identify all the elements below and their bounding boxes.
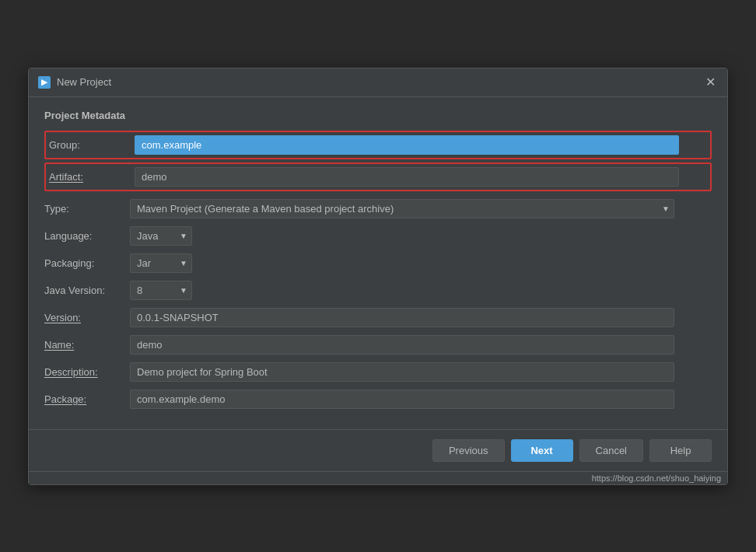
- app-icon: ▶: [38, 76, 51, 89]
- version-label: Version:: [44, 312, 130, 323]
- group-input[interactable]: [135, 135, 679, 155]
- cancel-button[interactable]: Cancel: [579, 439, 643, 462]
- language-select-wrapper: Java Kotlin Groovy ▼: [130, 226, 192, 246]
- package-input[interactable]: [130, 390, 674, 409]
- status-bar: https://blog.csdn.net/shuo_haiying: [29, 471, 727, 484]
- version-row: Version:: [44, 308, 712, 327]
- packaging-label: Packaging:: [44, 257, 130, 269]
- packaging-select-wrapper: Jar War ▼: [130, 253, 192, 273]
- dialog-footer: Previous Next Cancel Help: [29, 429, 727, 471]
- artifact-input[interactable]: [135, 167, 679, 187]
- language-select[interactable]: Java Kotlin Groovy: [130, 226, 192, 246]
- dialog-content: Project Metadata Group: Artifact: Type: …: [29, 97, 727, 429]
- previous-button[interactable]: Previous: [432, 439, 505, 462]
- group-row: Group:: [49, 135, 707, 155]
- language-label: Language:: [44, 230, 130, 242]
- section-title: Project Metadata: [44, 110, 712, 121]
- type-select[interactable]: Maven Project (Generate a Maven based pr…: [130, 199, 674, 218]
- next-button[interactable]: Next: [511, 439, 573, 462]
- type-label: Type:: [44, 203, 130, 215]
- language-row: Language: Java Kotlin Groovy ▼: [44, 226, 712, 246]
- java-version-label: Java Version:: [44, 285, 130, 296]
- title-bar-left: ▶ New Project: [38, 76, 111, 89]
- new-project-dialog: ▶ New Project ✕ Project Metadata Group: …: [28, 68, 728, 485]
- name-input[interactable]: [130, 335, 674, 355]
- package-row: Package:: [44, 390, 712, 409]
- package-label: Package:: [44, 393, 130, 405]
- packaging-row: Packaging: Jar War ▼: [44, 253, 712, 273]
- artifact-row: Artifact:: [49, 167, 707, 187]
- group-row-wrapper: Group:: [44, 131, 712, 159]
- description-row: Description:: [44, 362, 712, 382]
- name-label: Name:: [44, 339, 130, 351]
- type-select-wrapper: Maven Project (Generate a Maven based pr…: [130, 199, 674, 218]
- java-version-select[interactable]: 8 11 17 21: [130, 281, 192, 300]
- title-bar: ▶ New Project ✕: [29, 68, 727, 97]
- description-label: Description:: [44, 366, 130, 378]
- group-label: Group:: [49, 139, 135, 151]
- java-version-select-wrapper: 8 11 17 21 ▼: [130, 281, 192, 300]
- artifact-row-wrapper: Artifact:: [44, 162, 712, 191]
- dialog-title: New Project: [57, 76, 111, 88]
- version-input[interactable]: [130, 308, 674, 327]
- close-button[interactable]: ✕: [702, 75, 718, 90]
- status-bar-text: https://blog.csdn.net/shuo_haiying: [592, 473, 721, 483]
- artifact-label: Artifact:: [49, 171, 135, 183]
- java-version-row: Java Version: 8 11 17 21 ▼: [44, 281, 712, 300]
- description-input[interactable]: [130, 362, 674, 382]
- type-row: Type: Maven Project (Generate a Maven ba…: [44, 199, 712, 218]
- help-button[interactable]: Help: [649, 439, 712, 462]
- name-row: Name:: [44, 335, 712, 355]
- packaging-select[interactable]: Jar War: [130, 253, 192, 273]
